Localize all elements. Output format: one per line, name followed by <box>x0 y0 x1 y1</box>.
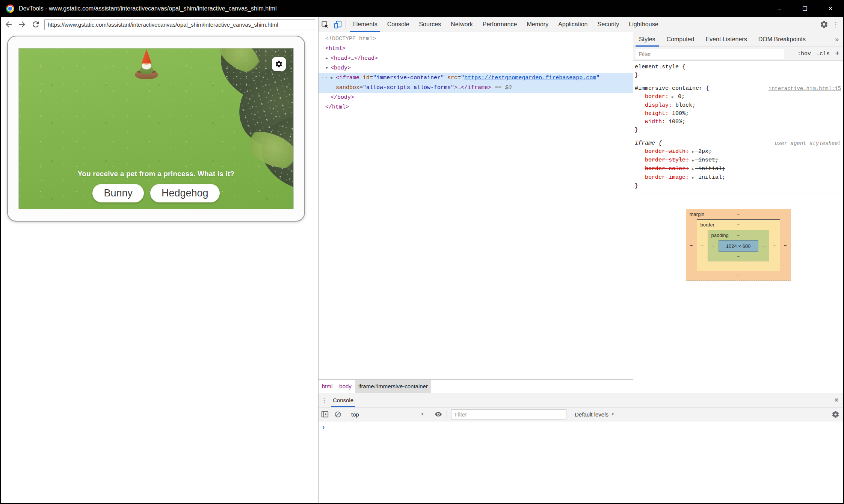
console-settings-gear-icon[interactable] <box>832 410 843 418</box>
devtools-tab-security[interactable]: Security <box>592 17 624 32</box>
css-rule[interactable]: element.style { } <box>633 61 843 82</box>
toggle-class-button[interactable]: .cls <box>816 51 830 57</box>
dom-tree-node[interactable]: </html> <box>319 103 633 112</box>
dom-tree-node[interactable]: ···▶<iframe id="immersive-container" src… <box>319 73 633 83</box>
box-model-border[interactable]: border− − padding− − 1024 × 600 <box>697 219 780 271</box>
game-settings-button[interactable] <box>272 57 286 71</box>
drawer-close-icon[interactable]: ✕ <box>830 397 843 404</box>
chrome-logo-icon <box>6 5 14 13</box>
expand-arrow-icon[interactable]: ▶ <box>326 54 328 63</box>
breadcrumb-item[interactable]: body <box>336 380 355 393</box>
expand-arrow-icon: ▶ <box>689 176 695 180</box>
css-rules: element.style { }#immersive-container {i… <box>633 61 843 193</box>
css-property[interactable]: height: 100%; <box>635 110 841 118</box>
console-drawer: ⋮ Console ✕ top ▼ <box>319 393 843 503</box>
maximize-button[interactable]: ❑ <box>792 0 818 17</box>
console-tab[interactable]: Console <box>331 393 355 407</box>
gear-icon <box>275 60 283 68</box>
more-tabs-icon[interactable]: » <box>831 32 843 47</box>
elements-panel: <!DOCTYPE html><html>▶<head>…</head>▼<bo… <box>319 32 633 393</box>
dom-tree-node[interactable]: <html> <box>319 44 633 54</box>
inspect-element-icon[interactable] <box>319 17 331 32</box>
css-rule[interactable]: iframe {user agent stylesheetborder-widt… <box>633 137 843 193</box>
expand-arrow-icon: ▶ <box>689 167 695 171</box>
dom-tree-node[interactable]: </body> <box>319 93 633 103</box>
dom-tree-node[interactable]: <!DOCTYPE html> <box>319 34 633 44</box>
breadcrumb-item[interactable]: html <box>319 380 336 393</box>
css-property[interactable]: display: block; <box>635 101 841 110</box>
rule-selector: iframe { <box>635 139 662 148</box>
box-model-content[interactable]: 1024 × 600 <box>719 240 758 252</box>
forward-button[interactable] <box>17 19 28 30</box>
rule-selector: #immersive-container { <box>635 85 709 93</box>
styles-sidebar: StylesComputedEvent ListenersDOM Breakpo… <box>633 32 843 393</box>
console-input-area[interactable]: › <box>319 421 843 503</box>
console-sidebar-toggle-icon[interactable] <box>319 410 331 418</box>
rule-source-link[interactable]: interactive…him.html:15 <box>765 85 841 93</box>
devtools-tab-network[interactable]: Network <box>446 17 478 32</box>
dom-tree-node[interactable]: ▼<body> <box>319 63 633 73</box>
css-property[interactable]: border: ▶ 0; <box>635 93 841 101</box>
devtools-menu-kebab-icon[interactable]: ⋮ <box>830 21 841 29</box>
sidebar-tab-event-listeners[interactable]: Event Listeners <box>700 32 752 47</box>
breadcrumb: htmlbodyiframe#immersive-container <box>319 379 633 393</box>
expand-arrow-icon: ▶ <box>669 95 675 99</box>
sidebar-tab-computed[interactable]: Computed <box>661 32 700 47</box>
breadcrumb-item[interactable]: iframe#immersive-container <box>355 380 431 393</box>
devtools-tab-performance[interactable]: Performance <box>478 17 522 32</box>
clear-console-icon[interactable] <box>331 410 344 418</box>
expand-arrow-icon[interactable]: ▶ <box>331 73 333 83</box>
console-context-select[interactable]: top ▼ <box>348 411 428 418</box>
box-model-padding[interactable]: padding− − 1024 × 600 − − <box>708 230 769 261</box>
new-style-rule-button[interactable]: + <box>835 50 841 58</box>
devtools-window: DevTools - www.gstatic.com/assistant/int… <box>0 0 844 504</box>
live-expression-eye-icon[interactable] <box>432 410 445 418</box>
expand-arrow-icon: ▶ <box>689 150 695 154</box>
expand-arrow-icon[interactable]: ▼ <box>326 63 328 73</box>
console-toolbar: top ▼ Default levels ▼ <box>319 407 843 421</box>
devtools-tab-console[interactable]: Console <box>382 17 414 32</box>
devtools-tab-sources[interactable]: Sources <box>414 17 446 32</box>
styles-tabs: StylesComputedEvent ListenersDOM Breakpo… <box>633 32 843 47</box>
dropdown-caret-icon: ▼ <box>421 412 424 416</box>
css-property[interactable]: border-style: ▶ inset; <box>635 156 841 165</box>
back-button[interactable] <box>3 19 14 30</box>
device-toolbar-icon[interactable] <box>331 17 344 32</box>
close-button[interactable]: ✕ <box>818 0 843 17</box>
styles-filter-row: :hov .cls + <box>633 47 843 61</box>
console-levels-select[interactable]: Default levels ▼ <box>575 411 615 418</box>
drawer-menu-kebab-icon[interactable]: ⋮ <box>319 397 330 404</box>
devtools-tab-memory[interactable]: Memory <box>522 17 553 32</box>
devtools-tab-lighthouse[interactable]: Lighthouse <box>624 17 663 32</box>
box-model-margin[interactable]: margin− − border− − padding− <box>686 209 791 281</box>
devtools-settings-gear-icon[interactable] <box>818 20 830 29</box>
url-input[interactable]: https://www.gstatic.com/assistant/intera… <box>44 19 315 30</box>
reload-button[interactable] <box>30 19 41 30</box>
game-screen: You receive a pet from a princess. What … <box>18 48 294 209</box>
styles-filter-input[interactable] <box>636 49 784 59</box>
css-rule[interactable]: #immersive-container {interactive…him.ht… <box>633 82 843 137</box>
css-property[interactable]: width: 100%; <box>635 118 841 126</box>
toggle-hover-state-button[interactable]: :hov <box>797 51 811 57</box>
devtools-tab-application[interactable]: Application <box>553 17 592 32</box>
rule-source-link: user agent stylesheet <box>772 139 841 148</box>
dom-tree-node[interactable]: ▶<head>…</head> <box>319 54 633 63</box>
console-filter-input[interactable] <box>451 409 566 419</box>
css-property[interactable]: border-image: ▶ initial; <box>635 174 841 182</box>
sidebar-tab-styles[interactable]: Styles <box>633 32 661 47</box>
expand-arrow-icon: ▶ <box>689 158 695 163</box>
css-property[interactable]: border-color: ▶ initial; <box>635 165 841 174</box>
device-frame: You receive a pet from a princess. What … <box>7 36 305 222</box>
choice-button-hedgehog[interactable]: Hedgehog <box>150 184 220 202</box>
console-prompt-chevron: › <box>319 421 843 430</box>
sidebar-tab-dom-breakpoints[interactable]: DOM Breakpoints <box>753 32 811 47</box>
console-tabbar: ⋮ Console ✕ <box>319 393 843 407</box>
choice-button-bunny[interactable]: Bunny <box>92 184 144 202</box>
dom-tree: <!DOCTYPE html><html>▶<head>…</head>▼<bo… <box>319 32 633 379</box>
devtools-tab-elements[interactable]: Elements <box>347 17 382 32</box>
dom-tree-node[interactable]: sandbox="allow-scripts allow-forms">…</i… <box>319 83 633 93</box>
game-choice-buttons: BunnyHedgehog <box>19 184 293 202</box>
gnome-hat <box>141 49 152 63</box>
css-property[interactable]: border-width: ▶ 2px; <box>635 148 841 156</box>
minimize-button[interactable]: – <box>767 0 792 17</box>
